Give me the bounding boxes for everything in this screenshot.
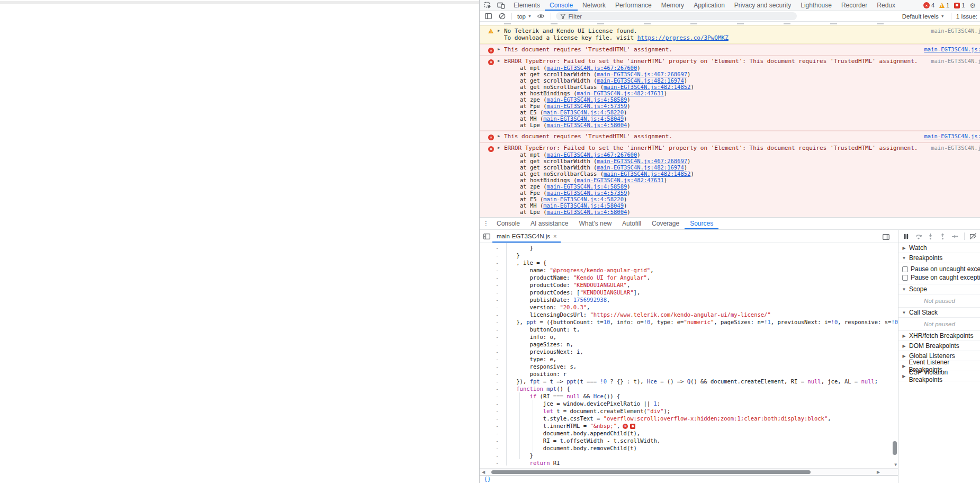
code-line[interactable]: - position: r	[480, 370, 898, 378]
issues-count-badge[interactable]: 1	[954, 2, 965, 8]
code-line[interactable]: - previousNext: i,	[480, 348, 898, 355]
code-line[interactable]: - info: o,	[480, 333, 898, 341]
code-line[interactable]: - productCode: "KENDOUIANGULAR",	[480, 281, 898, 289]
source-location[interactable]: main-EGT3SC4N.j	[928, 145, 980, 151]
code-line[interactable]: - }	[480, 252, 898, 259]
stack-link[interactable]: main-EGT3SC4N.js:4:58589	[547, 183, 627, 190]
code-line[interactable]: - }	[480, 244, 898, 252]
issues-link[interactable]: 1 Issue:	[956, 13, 977, 20]
code-line[interactable]: - }), fpt = t => ppt(t === !0 ? {} : t),…	[480, 378, 898, 385]
stack-link[interactable]: main-EGT3SC4N.js:4:58004	[547, 209, 627, 215]
drawer-tab-ai-assistance[interactable]: AI assistance	[525, 218, 573, 229]
code-line[interactable]: - RI = t.offsetWidth - t.scrollWidth,	[480, 437, 898, 444]
stack-link[interactable]: main-EGT3SC4N.js:482:16974	[597, 164, 684, 171]
stack-link[interactable]: main-EGT3SC4N.js:4:57359	[547, 103, 627, 109]
code-line[interactable]: - productName: "Kendo UI for Angular",	[480, 274, 898, 281]
stack-link[interactable]: main-EGT3SC4N.js:467:267600	[547, 151, 637, 158]
stack-link[interactable]: main-EGT3SC4N.js:467:268697	[597, 158, 687, 164]
expand-triangle-icon[interactable]: ▶	[498, 47, 500, 51]
log-levels-selector[interactable]: Default levels ▼	[901, 13, 946, 20]
code-line[interactable]: - }, ppt = ({buttonCount: t=10, info: o=…	[480, 318, 898, 326]
code-line[interactable]: - buttonCount: t,	[480, 326, 898, 333]
code-editor[interactable]: - }- }- , ile = {- name: "@progress/kend…	[480, 243, 898, 468]
clear-console-icon[interactable]	[496, 12, 508, 21]
pretty-print-toggle[interactable]: {}	[484, 476, 491, 482]
tab-redux[interactable]: Redux	[872, 0, 900, 11]
stack-link[interactable]: main-EGT3SC4N.js:467:267600	[547, 65, 637, 71]
step-out-icon[interactable]	[939, 232, 947, 240]
stack-link[interactable]: main-EGT3SC4N.js:482:47631	[577, 177, 663, 183]
tab-console[interactable]: Console	[545, 0, 578, 11]
code-line[interactable]: - version: "20.0.3",	[480, 303, 898, 311]
code-line[interactable]: - }	[480, 467, 898, 468]
navigator-toggle-icon[interactable]	[481, 230, 492, 243]
stack-link[interactable]: main-EGT3SC4N.js:4:58049	[543, 115, 624, 122]
eye-icon[interactable]	[535, 12, 547, 21]
code-line[interactable]: - t.innerHTML = "&nbsp;",×	[480, 422, 898, 430]
stack-link[interactable]: main-EGT3SC4N.js:4:58049	[543, 202, 624, 209]
checkbox-pause-on-uncaught-exceptions[interactable]: Pause on uncaught exceptions	[898, 265, 980, 273]
section-scope[interactable]: ▼Scope	[898, 284, 980, 294]
stack-link[interactable]: main-EGT3SC4N.js:482:47631	[577, 90, 663, 96]
expand-triangle-icon[interactable]: ▶	[498, 59, 500, 63]
inline-issue-icon[interactable]	[630, 424, 635, 429]
scroll-right-arrow-icon[interactable]: ▶	[877, 470, 880, 475]
code-line[interactable]: - if (RI === null && Hce()) {	[480, 392, 898, 400]
step-into-icon[interactable]	[927, 232, 934, 240]
settings-icon[interactable]: ⚙	[969, 2, 976, 9]
warning-count-badge[interactable]: ! 1	[939, 2, 949, 8]
stack-link[interactable]: main-EGT3SC4N.js:4:58004	[547, 122, 627, 128]
stack-link[interactable]: main-EGT3SC4N.js:4:57359	[547, 190, 627, 196]
stack-link[interactable]: main-EGT3SC4N.js:4:58220	[543, 196, 624, 202]
code-line[interactable]: - productCodes: ["KENDOUIANGULAR"],	[480, 289, 898, 296]
code-line[interactable]: - document.body.appendChild(t),	[480, 430, 898, 437]
tab-network[interactable]: Network	[578, 0, 610, 11]
expand-triangle-icon[interactable]: ▶	[498, 29, 500, 33]
code-line[interactable]: - let t = document.createElement("div");	[480, 407, 898, 415]
inspect-icon[interactable]	[482, 1, 493, 10]
step-over-icon[interactable]	[914, 232, 922, 240]
code-line[interactable]: - licensingDocsUrl: "https://www.telerik…	[480, 311, 898, 318]
code-line[interactable]: - }	[480, 452, 898, 459]
horizontal-scrollbar[interactable]: ◀ ▶	[480, 468, 898, 475]
code-line[interactable]: - jce = window.devicePixelRatio || 1;	[480, 400, 898, 407]
js-context-selector[interactable]: top ▼	[516, 13, 533, 20]
drawer-tab-coverage[interactable]: Coverage	[646, 218, 685, 229]
drawer-tab-what-s-new[interactable]: What's new	[573, 218, 617, 229]
section-breakpoints[interactable]: ▼Breakpoints	[898, 253, 980, 263]
tab-elements[interactable]: Elements	[509, 0, 545, 11]
section-dom-breakpoints[interactable]: ▶DOM Breakpoints	[898, 341, 980, 351]
step-icon[interactable]	[951, 232, 959, 240]
tab-privacy-and-security[interactable]: Privacy and security	[730, 0, 796, 11]
code-line[interactable]: - return RI	[480, 459, 898, 467]
stack-link[interactable]: main-EGT3SC4N.js:482:14852	[604, 171, 690, 177]
deactivate-breakpoints-icon[interactable]	[969, 232, 977, 240]
code-line[interactable]: - , ile = {	[480, 259, 898, 266]
console-link[interactable]: https://prgress.co/3PwQMKZ	[637, 34, 729, 41]
close-icon[interactable]: ×	[553, 233, 556, 239]
stack-link[interactable]: main-EGT3SC4N.js:467:268697	[597, 71, 687, 77]
source-location[interactable]: main-EGT3SC4N.js:	[921, 133, 980, 139]
filter-input[interactable]	[569, 13, 793, 20]
checkbox-icon[interactable]	[902, 275, 908, 281]
code-line[interactable]: - pageSizes: n,	[480, 341, 898, 348]
code-line[interactable]: - t.style.cssText = "overflow:scroll;ove…	[480, 415, 898, 422]
checkbox-icon[interactable]	[902, 266, 908, 272]
debugger-sidebar-toggle-icon[interactable]	[883, 232, 889, 242]
tab-memory[interactable]: Memory	[657, 0, 689, 11]
checkbox-pause-on-caught-exceptions[interactable]: Pause on caught exceptions	[898, 273, 980, 282]
code-line[interactable]: - function mpt() {	[480, 385, 898, 392]
code-line[interactable]: - responsive: s,	[480, 363, 898, 370]
section-call-stack[interactable]: ▼Call Stack	[898, 308, 980, 318]
horizontal-scrollbar-thumb[interactable]	[491, 470, 811, 474]
code-line[interactable]: - name: "@progress/kendo-angular-grid",	[480, 266, 898, 274]
file-tab[interactable]: main-EGT3SC4N.js ×	[492, 230, 561, 243]
expand-triangle-icon[interactable]: ▶	[498, 134, 500, 138]
source-location[interactable]: main-EGT3SC4N.j	[928, 58, 980, 64]
drawer-tab-console[interactable]: Console	[491, 218, 525, 229]
pause-icon[interactable]	[902, 232, 910, 240]
stack-link[interactable]: main-EGT3SC4N.js:482:14852	[604, 84, 690, 90]
code-line[interactable]: - type: e,	[480, 355, 898, 363]
source-location[interactable]: main-EGT3SC4N.j	[928, 28, 980, 34]
expand-triangle-icon[interactable]: ▶	[498, 146, 500, 150]
